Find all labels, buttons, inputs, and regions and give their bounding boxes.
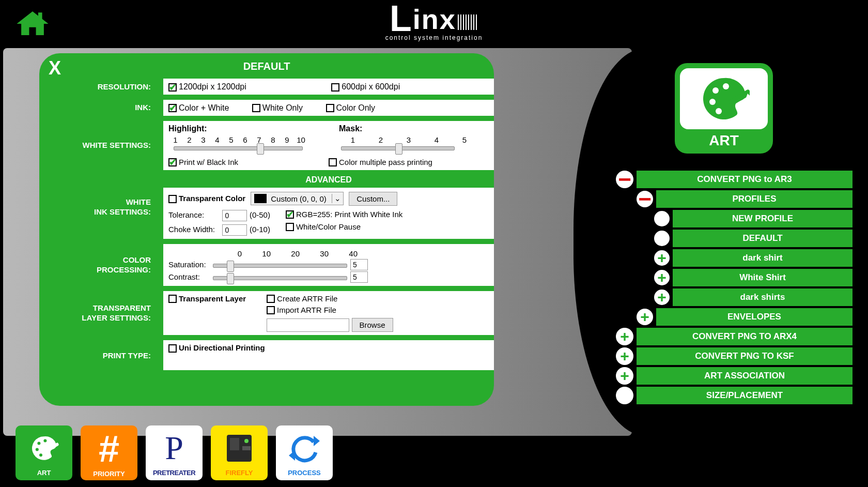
resolution-label: RESOLUTION:: [39, 79, 163, 95]
menu-item-0[interactable]: −CONVERT PNG to AR3: [616, 171, 853, 188]
contrast-thumb[interactable]: [227, 273, 234, 284]
print-black-ink-checkbox[interactable]: [168, 158, 177, 166]
mask-thumb[interactable]: [395, 143, 402, 155]
menu-item-11[interactable]: SIZE/PLACEMENT: [616, 387, 853, 404]
highlight-slider[interactable]: [174, 146, 303, 150]
home-icon[interactable]: [14, 9, 51, 38]
svg-point-7: [37, 442, 40, 445]
bullet-icon[interactable]: [654, 231, 670, 246]
menu-item-8[interactable]: +CONVERT PNG TO ARX4: [616, 328, 853, 345]
color-processing-label: COLORPROCESSING:: [39, 244, 163, 286]
collapse-icon[interactable]: −: [637, 191, 653, 207]
advanced-heading: ADVANCED: [163, 172, 494, 188]
contrast-value-input[interactable]: [350, 271, 368, 283]
svg-point-4: [716, 108, 722, 114]
ink-label: INK:: [39, 100, 163, 116]
mask-slider[interactable]: [341, 146, 455, 150]
svg-rect-0: [38, 12, 42, 20]
ink-opt-whiteonly[interactable]: [252, 104, 260, 112]
art-tile-label: ART: [680, 132, 768, 149]
svg-rect-15: [242, 446, 251, 450]
dock-firefly-button[interactable]: FIREFLY: [211, 425, 268, 480]
saturation-slider[interactable]: [213, 264, 347, 268]
svg-marker-16: [314, 436, 320, 446]
menu-item-6[interactable]: +dark shirts: [654, 288, 853, 306]
menu-item-label[interactable]: ENVELOPES: [656, 308, 853, 326]
menu-item-label[interactable]: dark shirt: [673, 249, 853, 267]
expand-icon[interactable]: +: [654, 270, 670, 285]
menu-item-1[interactable]: −PROFILES: [637, 190, 853, 208]
ink-opt-colorwhite[interactable]: [168, 104, 177, 112]
bullet-icon[interactable]: [654, 211, 670, 226]
menu-item-label[interactable]: White Shirt: [673, 269, 853, 286]
transparent-color-combo[interactable]: Custom (0, 0, 0) ⌄: [251, 192, 344, 205]
expand-icon[interactable]: +: [616, 367, 633, 385]
dock-pretreater-button[interactable]: P PRETREATER: [146, 425, 203, 480]
close-button[interactable]: X: [49, 57, 61, 79]
ink-opt-coloronly[interactable]: [326, 104, 334, 112]
top-bar: Linx control system integration: [0, 0, 868, 47]
menu-item-label[interactable]: NEW PROFILE: [673, 210, 853, 227]
collapse-icon[interactable]: −: [616, 171, 633, 188]
menu-item-label[interactable]: CONVERT PNG TO KSF: [637, 347, 853, 365]
color-multipass-checkbox[interactable]: [329, 158, 337, 166]
menu-item-label[interactable]: SIZE/PLACEMENT: [637, 387, 853, 404]
svg-point-9: [36, 448, 39, 451]
create-artr-checkbox[interactable]: [267, 295, 275, 303]
import-artr-checkbox[interactable]: [267, 306, 275, 314]
resolution-opt-600[interactable]: [331, 83, 339, 92]
highlight-scale: 1 2 3 4 5 6 7 8 9 10: [168, 135, 318, 144]
svg-point-8: [43, 439, 47, 443]
svg-point-14: [244, 439, 249, 443]
menu-item-label[interactable]: DEFAULT: [673, 230, 853, 247]
tolerance-input[interactable]: [222, 210, 247, 221]
menu-item-2[interactable]: NEW PROFILE: [654, 210, 853, 227]
highlight-heading: Highlight:: [168, 124, 318, 133]
choke-width-input[interactable]: [222, 224, 247, 236]
art-tile[interactable]: ART: [675, 63, 773, 154]
transparent-layer-settings-label: TRANSPARENTLAYER SETTINGS:: [39, 291, 163, 336]
expand-icon[interactable]: +: [654, 290, 670, 305]
transparent-layer-checkbox[interactable]: [168, 295, 177, 303]
bullet-icon[interactable]: [616, 387, 633, 404]
expand-icon[interactable]: +: [616, 328, 633, 345]
artr-path-input[interactable]: [267, 318, 349, 332]
svg-rect-13: [230, 438, 239, 450]
menu-item-label[interactable]: dark shirts: [673, 288, 853, 306]
white-ink-settings-label: WHITEINK SETTINGS:: [39, 175, 163, 239]
menu-item-label[interactable]: PROFILES: [656, 190, 853, 208]
highlight-thumb[interactable]: [257, 143, 264, 155]
contrast-slider[interactable]: [213, 276, 347, 280]
browse-button[interactable]: Browse: [352, 318, 393, 332]
menu-item-4[interactable]: +dark shirt: [654, 249, 853, 267]
mask-heading: Mask:: [339, 124, 489, 133]
menu-item-label[interactable]: ART ASSOCIATION: [637, 367, 853, 385]
dock-process-button[interactable]: PROCESS: [276, 425, 333, 480]
expand-icon[interactable]: +: [637, 309, 653, 325]
menu-item-5[interactable]: +White Shirt: [654, 269, 853, 286]
menu-item-label[interactable]: CONVERT PNG TO ARX4: [637, 328, 853, 345]
saturation-value-input[interactable]: [350, 259, 368, 270]
custom-color-button[interactable]: Custom...: [349, 192, 397, 206]
expand-icon[interactable]: +: [654, 250, 670, 266]
chevron-down-icon[interactable]: ⌄: [332, 194, 343, 203]
sidebar-menu: −CONVERT PNG to AR3−PROFILESNEW PROFILED…: [616, 171, 853, 406]
uni-directional-checkbox[interactable]: [168, 344, 177, 353]
svg-point-2: [723, 83, 729, 89]
menu-item-3[interactable]: DEFAULT: [654, 230, 853, 247]
white-color-pause-checkbox[interactable]: [286, 223, 294, 231]
transparent-color-checkbox[interactable]: [168, 195, 177, 203]
palette-icon: [28, 433, 59, 464]
dock-priority-button[interactable]: # PRIORITY: [81, 425, 137, 480]
dock-art-button[interactable]: ART: [16, 425, 72, 480]
color-swatch: [254, 194, 267, 203]
resolution-opt-1200[interactable]: [168, 83, 177, 92]
rgb255-checkbox[interactable]: [286, 210, 294, 219]
menu-item-9[interactable]: +CONVERT PNG TO KSF: [616, 347, 853, 365]
saturation-thumb[interactable]: [227, 261, 234, 272]
menu-item-10[interactable]: +ART ASSOCIATION: [616, 367, 853, 385]
menu-item-7[interactable]: +ENVELOPES: [637, 308, 853, 326]
menu-item-label[interactable]: CONVERT PNG to AR3: [637, 171, 853, 188]
expand-icon[interactable]: +: [616, 347, 633, 365]
device-icon: [224, 432, 255, 465]
